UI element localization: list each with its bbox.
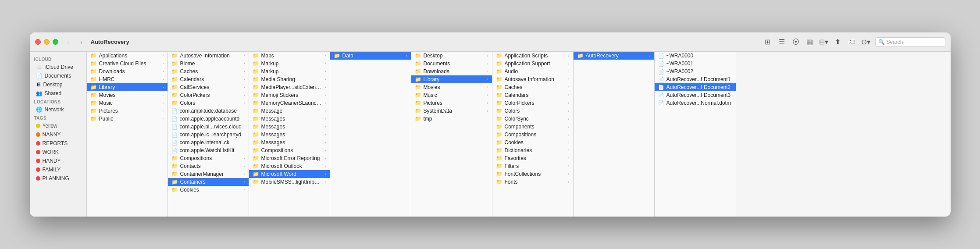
col-item-col2-15[interactable]: 📁ContainerManager› <box>168 170 249 178</box>
col-item-col1-5[interactable]: 📁Movies› <box>87 91 167 99</box>
minimize-button[interactable] <box>44 39 50 45</box>
col-item-col2-7[interactable]: 📄com.amplitude.database <box>168 107 249 115</box>
sidebar-item-icloud-drive[interactable]: ☁️ iCloud Drive <box>32 63 85 71</box>
col-item-col6-16[interactable]: 📁Fonts› <box>492 178 573 186</box>
col-item-col5-5[interactable]: 📁Music› <box>411 91 492 99</box>
sidebar-item-tag-work[interactable]: WORK <box>32 148 85 157</box>
col-item-col8-3[interactable]: 📄AutoRecover...f Document1 <box>655 75 736 83</box>
col-item-col8-1[interactable]: 📄~WRA0001 <box>655 60 736 68</box>
col-item-col8-2[interactable]: 📄~WRA0002 <box>655 68 736 75</box>
col-item-col3-4[interactable]: 📁MediaPlayer...sticExtension› <box>249 83 330 91</box>
col-item-col2-5[interactable]: 📁ColorPickers› <box>168 91 249 99</box>
col-item-col2-9[interactable]: 📄com.apple.bl...rvices.cloud <box>168 123 249 131</box>
col-item-col1-3[interactable]: 📁HMRC› <box>87 75 167 83</box>
share-button[interactable]: ⬆ <box>833 37 843 47</box>
col-item-col6-2[interactable]: 📁Audio› <box>492 68 573 75</box>
col-item-col6-5[interactable]: 📁Calendars› <box>492 91 573 99</box>
col-item-col1-8[interactable]: 📁Public› <box>87 115 167 123</box>
col-item-col2-1[interactable]: 📁Biome› <box>168 60 249 68</box>
more-button[interactable]: ⊙▾ <box>861 37 871 47</box>
sidebar-item-tag-reports[interactable]: REPORTS <box>32 139 85 148</box>
sidebar-item-tag-family[interactable]: FAMILY <box>32 165 85 174</box>
col-item-col1-7[interactable]: 📁Pictures› <box>87 107 167 115</box>
col-item-col2-17[interactable]: 📁Cookies› <box>168 186 249 194</box>
col-item-col2-4[interactable]: 📁CallServices› <box>168 83 249 91</box>
col-item-col6-9[interactable]: 📁Components› <box>492 123 573 131</box>
forward-button[interactable]: › <box>76 38 87 46</box>
col-item-col3-0[interactable]: 📁Maps› <box>249 52 330 60</box>
sidebar-item-tag-yellow[interactable]: Yellow <box>32 121 85 130</box>
list-view-button[interactable]: ☰ <box>777 37 787 47</box>
col-item-col3-9[interactable]: 📁Messages› <box>249 123 330 131</box>
col-item-col5-7[interactable]: 📁SystemData› <box>411 107 492 115</box>
col-item-col3-3[interactable]: 📁Media Sharing› <box>249 75 330 83</box>
col-item-col3-1[interactable]: 📁Markup› <box>249 60 330 68</box>
sidebar-item-desktop[interactable]: 🖥 Desktop <box>32 80 85 89</box>
col-item-col3-10[interactable]: 📁Messages› <box>249 131 330 139</box>
col-item-col3-14[interactable]: 📁Microsoft Outlook› <box>249 162 330 170</box>
tag-button[interactable]: 🏷 <box>847 37 857 47</box>
col-item-col8-4[interactable]: 📄AutoRecover...f Document2 <box>655 83 736 91</box>
col-item-col3-16[interactable]: 📁MobileSMSS...lightImporter› <box>249 178 330 186</box>
col-item-col8-6[interactable]: 📄AutoRecover...Normal.dotm <box>655 99 736 107</box>
col-item-col2-16[interactable]: 📁Containers› <box>168 178 249 186</box>
sidebar-item-tag-handy[interactable]: HANDY <box>32 157 85 165</box>
search-box[interactable]: 🔍 Search <box>875 37 945 47</box>
col-item-col3-5[interactable]: 📁Memoji Stickers› <box>249 91 330 99</box>
col-item-col6-10[interactable]: 📁Compositions› <box>492 131 573 139</box>
col-item-col3-8[interactable]: 📁Messages› <box>249 115 330 123</box>
col-item-col5-0[interactable]: 📁Desktop› <box>411 52 492 60</box>
col-item-col3-7[interactable]: 📁Message› <box>249 107 330 115</box>
col-item-col3-15[interactable]: 📁Microsoft Word› <box>249 170 330 178</box>
col-item-col1-1[interactable]: 📁Creative Cloud Files› <box>87 60 167 68</box>
col-item-col3-12[interactable]: 📁Compositions› <box>249 146 330 154</box>
col-item-col6-0[interactable]: 📁Application Scripts› <box>492 52 573 60</box>
icon-view-button[interactable]: ⊞ <box>763 37 773 47</box>
col-item-col3-6[interactable]: 📁MemoryCleanerSLauncher› <box>249 99 330 107</box>
col-item-col6-6[interactable]: 📁ColorPickers› <box>492 99 573 107</box>
sidebar-item-tag-planning[interactable]: PLANNING <box>32 174 85 183</box>
sidebar-item-documents[interactable]: 📄 Documents <box>32 71 85 80</box>
col-item-col1-6[interactable]: 📁Music› <box>87 99 167 107</box>
col-item-col5-3[interactable]: 📁Library› <box>411 75 492 83</box>
col-item-col4-0[interactable]: 📁Data› <box>330 52 411 60</box>
column-view-button[interactable]: ⦿ <box>791 37 801 47</box>
col-item-col1-2[interactable]: 📁Downloads› <box>87 68 167 75</box>
sidebar-item-tag-nanny[interactable]: NANNY <box>32 130 85 139</box>
col-item-col1-4[interactable]: 📁Library› <box>87 83 167 91</box>
col-item-col8-0[interactable]: 📄~WRA0000 <box>655 52 736 60</box>
gallery-view-button[interactable]: ▦ <box>805 37 815 47</box>
col-item-col6-1[interactable]: 📁Application Support› <box>492 60 573 68</box>
back-button[interactable]: ‹ <box>63 38 74 46</box>
col-item-col6-7[interactable]: 📁Colors› <box>492 107 573 115</box>
col-item-col2-10[interactable]: 📄com.apple.ic...earchpartyd <box>168 131 249 139</box>
col-item-col6-14[interactable]: 📁Filters› <box>492 162 573 170</box>
maximize-button[interactable] <box>53 39 58 45</box>
col-item-col6-15[interactable]: 📁FontCollections› <box>492 170 573 178</box>
col-item-col2-0[interactable]: 📁Autosave Information› <box>168 52 249 60</box>
sidebar-item-network[interactable]: 🌐 Network <box>32 105 85 114</box>
col-item-col5-6[interactable]: 📁Pictures› <box>411 99 492 107</box>
col-item-col8-5[interactable]: 📄AutoRecover...f Document3 <box>655 91 736 99</box>
col-item-col6-12[interactable]: 📁Dictionaries› <box>492 146 573 154</box>
col-item-col2-3[interactable]: 📁Calendars› <box>168 75 249 83</box>
col-item-col5-1[interactable]: 📁Documents› <box>411 60 492 68</box>
col-item-col3-11[interactable]: 📁Messages› <box>249 139 330 146</box>
sidebar-item-shared[interactable]: 👥 Shared <box>32 89 85 98</box>
col-item-col1-0[interactable]: 📁Applications› <box>87 52 167 60</box>
col-item-col6-8[interactable]: 📁ColorSync› <box>492 115 573 123</box>
col-item-col5-8[interactable]: 📁tmp <box>411 115 492 123</box>
sort-button[interactable]: ⊟▾ <box>819 37 829 47</box>
col-item-col6-3[interactable]: 📁Autosave Information› <box>492 75 573 83</box>
close-button[interactable] <box>35 39 41 45</box>
col-item-col2-14[interactable]: 📁Contacts› <box>168 162 249 170</box>
col-item-col2-2[interactable]: 📁Caches› <box>168 68 249 75</box>
col-item-col5-4[interactable]: 📁Movies› <box>411 83 492 91</box>
col-item-col2-11[interactable]: 📄com.apple.internal.ck <box>168 139 249 146</box>
col-item-col5-2[interactable]: 📁Downloads› <box>411 68 492 75</box>
col-item-col6-11[interactable]: 📁Cookies› <box>492 139 573 146</box>
col-item-col7-0[interactable]: 📁AutoRecovery› <box>574 52 654 60</box>
col-item-col2-13[interactable]: 📁Compositions› <box>168 154 249 162</box>
col-item-col3-2[interactable]: 📁Markup› <box>249 68 330 75</box>
col-item-col2-12[interactable]: 📄com.apple.WatchListKit <box>168 146 249 154</box>
